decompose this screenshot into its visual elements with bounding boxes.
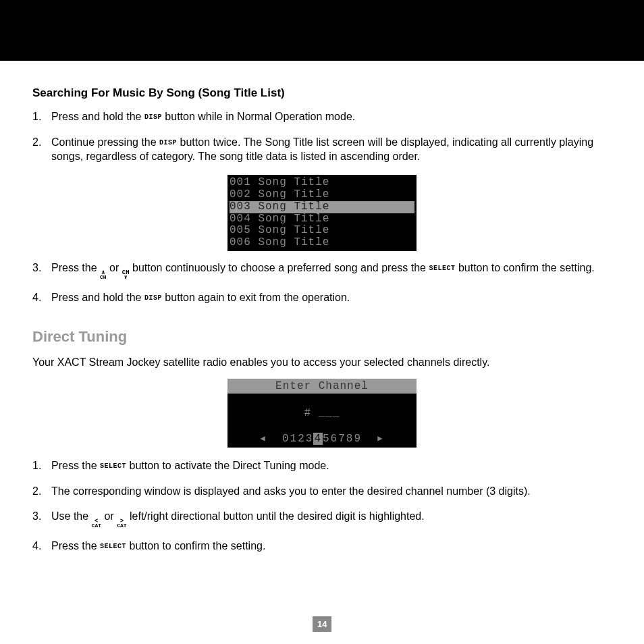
step-text: Press the ∧CH or CH∨ button continuously… (51, 261, 612, 279)
step-number: 1. (32, 458, 51, 473)
section1-title: Searching For Music By Song (Song Title … (32, 86, 612, 100)
step-number: 4. (32, 539, 51, 554)
lcd-row-highlighted: 003 Song Title (230, 201, 414, 213)
step-number: 2. (32, 135, 51, 150)
section2-heading: Direct Tuning (32, 328, 612, 346)
triangle-left-icon: ◀ (261, 434, 267, 444)
step-3: 3. Use the <CAT or >CAT left/right direc… (32, 509, 612, 528)
step-1: 1. Press the SELECT button to activate t… (32, 458, 612, 473)
cat-right-icon: >CAT (117, 519, 126, 528)
step-2: 2. Continue pressing the DISP button twi… (32, 135, 612, 164)
lcd-entry-line: # ___ (227, 394, 417, 431)
step-4: 4. Press the SELECT button to confirm th… (32, 539, 612, 554)
step-3: 3. Press the ∧CH or CH∨ button continuou… (32, 261, 612, 279)
lcd-header: Enter Channel (227, 379, 417, 394)
select-button-label: SELECT (429, 265, 455, 272)
header-black-bar (0, 0, 644, 61)
step-text: Press and hold the DISP button while in … (51, 109, 612, 124)
cat-left-icon: <CAT (92, 519, 101, 528)
disp-button-label: DISP (144, 113, 162, 121)
step-text: Press the SELECT button to activate the … (51, 458, 612, 473)
step-4: 4. Press and hold the DISP button again … (32, 290, 612, 305)
lcd-row: 001 Song Title (230, 177, 414, 189)
step-2: 2. The corresponding window is displayed… (32, 484, 612, 499)
disp-button-label: DISP (144, 294, 162, 302)
section1-steps: 1. Press and hold the DISP button while … (32, 109, 612, 164)
lcd-row: 004 Song Title (230, 213, 414, 225)
step-number: 3. (32, 261, 51, 275)
disp-button-label: DISP (159, 139, 177, 146)
step-number: 3. (32, 509, 51, 524)
step-text: Continue pressing the DISP button twice.… (51, 135, 612, 164)
step-1: 1. Press and hold the DISP button while … (32, 109, 612, 124)
song-list-lcd: 001 Song Title 002 Song Title 003 Song T… (227, 175, 417, 251)
section2-intro: Your XACT Stream Jockey satellite radio … (32, 355, 612, 370)
direct-tune-lcd: Enter Channel # ___ ◀ 0123456789 ▶ (227, 379, 417, 448)
lcd-row: 006 Song Title (230, 237, 414, 249)
ch-down-icon: CH∨ (122, 271, 130, 279)
select-button-label: SELECT (100, 462, 126, 470)
step-text: Press and hold the DISP button again to … (51, 290, 612, 305)
page-number: 14 (313, 616, 331, 632)
select-button-label: SELECT (100, 543, 126, 550)
step-number: 4. (32, 290, 51, 305)
ch-up-icon: ∧CH (100, 271, 107, 279)
lcd-row: 005 Song Title (230, 225, 414, 237)
page-content: Searching For Music By Song (Song Title … (0, 61, 644, 554)
step-text: Use the <CAT or >CAT left/right directio… (51, 509, 612, 528)
step-number: 2. (32, 484, 51, 499)
triangle-right-icon: ▶ (377, 434, 383, 444)
lcd-digit-strip: ◀ 0123456789 ▶ (227, 431, 417, 448)
step-text: The corresponding window is displayed an… (51, 484, 612, 499)
lcd-row: 002 Song Title (230, 189, 414, 201)
lcd-digit-highlighted: 4 (313, 433, 323, 445)
step-text: Press the SELECT button to confirm the s… (51, 539, 612, 554)
section2-steps: 1. Press the SELECT button to activate t… (32, 458, 612, 554)
section1-steps-cont: 3. Press the ∧CH or CH∨ button continuou… (32, 261, 612, 304)
step-number: 1. (32, 109, 51, 124)
